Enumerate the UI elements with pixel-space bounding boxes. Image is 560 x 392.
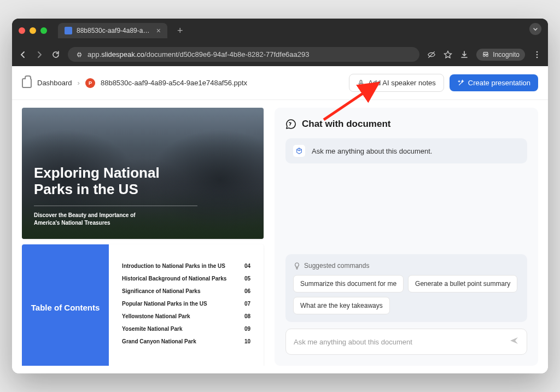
intro-text: Ask me anything about this document. (312, 147, 432, 155)
divider (34, 206, 197, 206)
toc-item: Historical Background of National Parks0… (122, 272, 250, 285)
app-header: Dashboard › P 88b8530c-aaf9-4a89-a5c4-9a… (12, 66, 548, 100)
address-bar-row: app.slidespeak.co/document/d50c89e6-94af… (12, 43, 548, 66)
app-content: Dashboard › P 88b8530c-aaf9-4a89-a5c4-9a… (12, 66, 548, 373)
toc-heading-panel: Table of Contents (22, 244, 109, 366)
send-icon (509, 336, 519, 346)
suggestion-chip[interactable]: What are the key takeaways (293, 297, 390, 314)
incognito-label: Incognito (493, 51, 520, 58)
powerpoint-file-icon: P (85, 78, 95, 88)
close-tab-icon[interactable]: × (156, 26, 161, 35)
svg-rect-3 (360, 80, 362, 83)
chat-input-row (285, 329, 527, 355)
svg-point-0 (536, 51, 538, 52)
titlebar: 88b8530c-aaf9-4a89-a5c4 × + (12, 19, 548, 43)
toc-item: Popular National Parks in the US07 (122, 297, 250, 310)
slides-panel[interactable]: Exploring National Parks in the US Disco… (22, 108, 266, 366)
window-controls (19, 27, 47, 34)
forward-button[interactable] (35, 50, 44, 59)
toolbar-right: Incognito (427, 49, 541, 61)
incognito-badge[interactable]: Incognito (476, 49, 525, 61)
home-icon (22, 78, 32, 88)
chat-input[interactable] (294, 338, 504, 346)
address-bar[interactable]: app.slidespeak.co/document/d50c89e6-94af… (68, 47, 419, 62)
chat-title: Chat with document (302, 119, 390, 130)
minimize-window-button[interactable] (30, 27, 36, 34)
chat-header: Chat with document (285, 119, 527, 130)
toc-item: Introduction to National Parks in the US… (122, 260, 250, 272)
back-button[interactable] (19, 50, 27, 59)
svg-point-1 (536, 54, 538, 55)
chat-panel: Chat with document Ask me anything about… (275, 108, 538, 366)
download-icon[interactable] (460, 50, 469, 59)
reload-button[interactable] (51, 50, 60, 59)
incognito-icon (482, 51, 489, 58)
toc-item: Yellowstone National Park08 (122, 310, 250, 323)
bookmark-star-icon[interactable] (444, 50, 452, 59)
cube-icon (293, 145, 305, 157)
suggestion-chips: Summarize this document for me Generate … (293, 275, 520, 314)
dashboard-link[interactable]: Dashboard (37, 79, 72, 87)
filename: 88b8530c-aaf9-4a89-a5c4-9ae1e748af56.ppt… (101, 79, 247, 87)
toc-item: Significance of National Parks06 (122, 285, 250, 297)
suggested-label: Suggested commands (293, 262, 520, 270)
wand-icon (457, 79, 465, 87)
browser-tab[interactable]: 88b8530c-aaf9-4a89-a5c4 × (58, 23, 167, 38)
maximize-window-button[interactable] (40, 27, 47, 34)
slide1-title: Exploring National Parks in the US (34, 165, 197, 198)
toc-list: Introduction to National Parks in the US… (109, 244, 264, 366)
tab-favicon (65, 27, 72, 34)
close-window-button[interactable] (19, 27, 25, 34)
suggestion-chip[interactable]: Generate a bullet point summary (408, 275, 517, 292)
expand-chevron-icon[interactable] (529, 23, 541, 35)
tab-title: 88b8530c-aaf9-4a89-a5c4 (77, 27, 152, 34)
breadcrumb: Dashboard › P 88b8530c-aaf9-4a89-a5c4-9a… (22, 78, 247, 88)
slide-thumbnail-2[interactable]: Table of Contents Introduction to Nation… (22, 244, 264, 366)
microphone-icon (357, 79, 365, 87)
toc-title: Table of Contents (31, 303, 100, 312)
send-button[interactable] (509, 336, 519, 348)
eye-off-icon[interactable] (427, 50, 436, 59)
site-settings-icon (75, 51, 83, 58)
create-presentation-button[interactable]: Create presentation (450, 74, 538, 91)
slide1-subtitle: Discover the Beauty and Importance of Am… (34, 212, 148, 227)
url-text: app.slidespeak.co/document/d50c89e6-94af… (88, 50, 310, 58)
main-area: Exploring National Parks in the US Disco… (12, 100, 548, 373)
toc-item: Grand Canyon National Park10 (122, 335, 250, 348)
add-speaker-notes-button[interactable]: Add AI speaker notes (349, 74, 444, 92)
slide-thumbnail-1[interactable]: Exploring National Parks in the US Disco… (22, 108, 264, 239)
header-actions: Add AI speaker notes Create presentation (349, 74, 538, 92)
toc-item: Yosemite National Park09 (122, 323, 250, 335)
suggestion-chip[interactable]: Summarize this document for me (293, 275, 404, 292)
new-tab-button[interactable]: + (177, 25, 183, 37)
menu-dots-icon[interactable] (533, 50, 541, 59)
browser-window: 88b8530c-aaf9-4a89-a5c4 × + app.slidespe… (12, 19, 548, 373)
suggested-commands: Suggested commands Summarize this docume… (285, 254, 527, 322)
svg-point-2 (536, 56, 538, 58)
lightbulb-icon (293, 262, 301, 270)
intro-bubble: Ask me anything about this document. (285, 138, 527, 163)
chat-bubble-icon (285, 119, 296, 130)
chevron-right-icon: › (78, 79, 80, 87)
